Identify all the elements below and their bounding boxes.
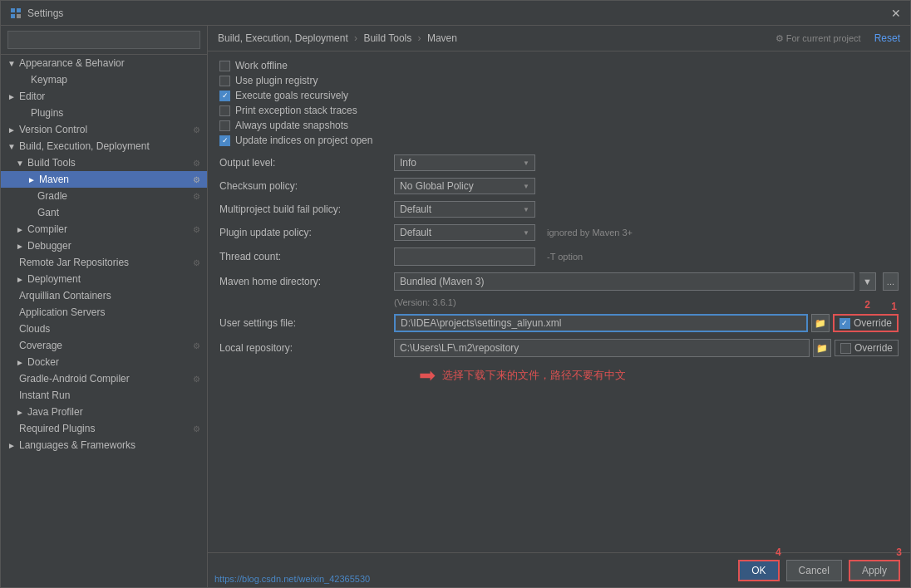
local-repo-input[interactable] [394, 339, 810, 357]
execute-goals-text: Execute goals recursively [235, 90, 348, 101]
arrow-icon: ► [16, 358, 27, 367]
sidebar-item-appearance[interactable]: ▼ Appearance & Behavior [1, 55, 207, 71]
plugin-registry-label[interactable]: Use plugin registry [219, 75, 318, 86]
sidebar-item-lang-frameworks[interactable]: ► Languages & Frameworks [1, 437, 207, 453]
output-level-select[interactable]: Info ▼ [394, 154, 535, 171]
sidebar-item-required-plugins[interactable]: Required Plugins ⚙ [1, 420, 207, 437]
svg-rect-1 [17, 8, 21, 12]
local-repo-folder-btn[interactable]: 📁 [813, 339, 831, 357]
gear-icon: ⚙ [193, 125, 200, 135]
sidebar-item-label: Remote Jar Repositories [19, 257, 129, 268]
gear-icon: ⚙ [193, 159, 200, 168]
user-settings-input[interactable] [394, 314, 808, 332]
sidebar-item-version-control[interactable]: ► Version Control ⚙ [1, 121, 207, 138]
plugin-update-hint: ignored by Maven 3+ [547, 228, 633, 238]
bottom-link[interactable]: https://blog.csdn.net/weixin_42365530 [208, 571, 377, 587]
sidebar-item-label: Keymap [31, 74, 67, 86]
override-label: Override [854, 342, 893, 354]
sidebar-item-instant-run[interactable]: Instant Run [1, 387, 207, 404]
work-offline-label[interactable]: Work offline [219, 60, 288, 71]
sidebar-item-build-tools[interactable]: ▼ Build Tools ⚙ [1, 154, 207, 171]
chevron-down-icon: ▼ [523, 183, 529, 190]
plugin-registry-row: Use plugin registry [219, 75, 899, 86]
bottom-bar: https://blog.csdn.net/weixin_42365530 4 … [208, 552, 910, 587]
gear-icon: ⚙ [193, 258, 200, 267]
sidebar-item-java-profiler[interactable]: ► Java Profiler [1, 404, 207, 420]
sidebar-item-label: Instant Run [19, 390, 70, 401]
titlebar: Settings ✕ [1, 1, 910, 26]
close-button[interactable]: ✕ [890, 7, 902, 19]
sidebar-item-label: Appearance & Behavior [19, 57, 125, 69]
breadcrumb-sep1: › [354, 32, 360, 44]
sidebar-item-gradle-android[interactable]: Gradle-Android Compiler ⚙ [1, 370, 207, 387]
print-exceptions-checkbox[interactable] [219, 105, 230, 116]
always-update-checkbox[interactable] [219, 120, 230, 131]
always-update-label[interactable]: Always update snapshots [219, 120, 348, 131]
plugin-update-row: Plugin update policy: Default ▼ ignored … [219, 224, 899, 241]
ok-button[interactable]: OK [738, 560, 779, 581]
sidebar-item-editor[interactable]: ► Editor [1, 88, 207, 105]
reset-button[interactable]: Reset [874, 32, 900, 44]
folder-icon: 📁 [816, 343, 828, 354]
work-offline-checkbox[interactable] [219, 61, 230, 71]
arrow-icon: ► [7, 125, 19, 135]
arrow-icon: ► [7, 92, 19, 101]
local-repo-control: 📁 Override [394, 339, 899, 357]
sidebar-item-label: Coverage [19, 340, 62, 351]
cancel-button[interactable]: Cancel [786, 560, 842, 581]
breadcrumb-actions: ⚙ For current project Reset [776, 32, 900, 44]
sidebar-item-plugins[interactable]: Plugins [1, 105, 207, 121]
checksum-policy-value: No Global Policy [400, 180, 474, 192]
sidebar-item-compiler[interactable]: ► Compiler ⚙ [1, 221, 207, 238]
local-repo-override-container: Override [835, 340, 899, 356]
sidebar-item-gant[interactable]: Gant [1, 204, 207, 221]
apply-button[interactable]: Apply [849, 560, 900, 581]
sidebar-item-app-servers[interactable]: Application Servers [1, 304, 207, 321]
local-repo-override-checkbox[interactable] [840, 343, 851, 354]
sidebar-item-deployment[interactable]: ► Deployment [1, 271, 207, 287]
sidebar-item-arquillian[interactable]: Arquillian Containers [1, 287, 207, 304]
print-exceptions-label[interactable]: Print exception stack traces [219, 105, 357, 116]
thread-count-input[interactable] [394, 247, 535, 266]
execute-goals-checkbox[interactable] [219, 91, 230, 101]
thread-count-control: -T option [394, 247, 899, 266]
sidebar-item-remote-jar[interactable]: Remote Jar Repositories ⚙ [1, 254, 207, 271]
plugin-update-select[interactable]: Default ▼ [394, 224, 535, 241]
breadcrumb-sep2: › [418, 32, 424, 44]
sidebar-item-clouds[interactable]: Clouds [1, 321, 207, 337]
right-panel: Build, Execution, Deployment › Build Too… [208, 26, 910, 587]
sidebar-item-gradle[interactable]: Gradle ⚙ [1, 188, 207, 204]
search-input[interactable] [7, 31, 200, 49]
maven-home-dropdown-btn[interactable]: ▼ [859, 272, 876, 291]
annotation-3: 3 [896, 546, 902, 558]
multiproject-policy-select[interactable]: Default ▼ [394, 201, 535, 218]
svg-rect-3 [17, 14, 21, 18]
arrow-icon: ► [16, 242, 27, 251]
user-settings-override-checkbox[interactable] [840, 318, 850, 329]
checksum-policy-control: No Global Policy ▼ [394, 178, 899, 194]
plugin-registry-checkbox[interactable] [219, 76, 230, 86]
main-content: ▼ Appearance & Behavior Keymap ► Editor … [1, 26, 910, 587]
execute-goals-label[interactable]: Execute goals recursively [219, 90, 348, 101]
user-settings-folder-btn[interactable]: 📁 [811, 314, 830, 332]
override-label: Override [854, 317, 892, 329]
sidebar-item-maven[interactable]: ► Maven ⚙ [1, 171, 207, 188]
maven-home-browse-btn[interactable]: ... [883, 272, 899, 291]
update-indices-label[interactable]: Update indices on project open [219, 135, 372, 146]
multiproject-policy-row: Multiproject build fail policy: Default … [219, 201, 899, 218]
arrow-icon: ► [27, 175, 39, 184]
sidebar-item-label: Version Control [19, 124, 87, 135]
search-box [1, 26, 207, 55]
svg-rect-0 [11, 8, 15, 12]
breadcrumb-part1: Build, Execution, Deployment [218, 32, 348, 44]
svg-rect-2 [11, 14, 15, 18]
sidebar-item-keymap[interactable]: Keymap [1, 71, 207, 88]
checksum-policy-select[interactable]: No Global Policy ▼ [394, 178, 535, 194]
multiproject-policy-value: Default [400, 203, 431, 215]
sidebar-item-debugger[interactable]: ► Debugger [1, 238, 207, 254]
sidebar-item-coverage[interactable]: Coverage ⚙ [1, 337, 207, 354]
update-indices-checkbox[interactable] [219, 135, 230, 146]
annotation-2: 2 [864, 299, 870, 311]
sidebar-item-build-exec[interactable]: ▼ Build, Execution, Deployment [1, 138, 207, 154]
sidebar-item-docker[interactable]: ► Docker [1, 354, 207, 370]
